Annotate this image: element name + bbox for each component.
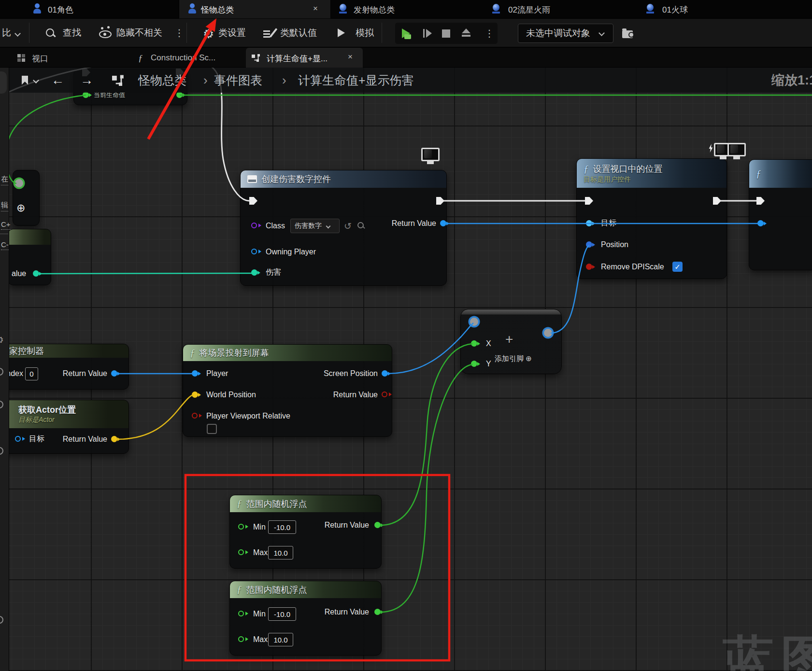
red-pin[interactable]	[586, 264, 592, 270]
class-select[interactable]: 伤害数字	[290, 219, 340, 233]
simulate-button[interactable]: 模拟	[356, 27, 374, 39]
chevron-down-icon[interactable]	[33, 77, 39, 84]
green-pin[interactable]	[238, 636, 244, 642]
function-icon: ƒ	[237, 498, 242, 510]
doc-tab-2[interactable]: Construction Sc...	[151, 53, 215, 63]
node-header	[8, 229, 51, 245]
asset-tab-3[interactable]: 发射物总类	[354, 4, 395, 15]
red-pin[interactable]	[382, 391, 387, 397]
value-input[interactable]: 10.0	[268, 546, 293, 559]
get-actor-location-node[interactable]: 获取Actor位置目标是Actor	[0, 400, 129, 454]
class-settings-button[interactable]: 类设置	[218, 27, 246, 39]
debug-object-dropdown[interactable]: 未选中调试对象	[518, 24, 613, 43]
green-pin[interactable]	[471, 340, 477, 347]
kebab-menu-icon[interactable]: ⋮	[174, 27, 184, 39]
hide-unrelated-icon[interactable]	[99, 30, 112, 38]
breadcrumb-root[interactable]: 怪物总类	[138, 72, 186, 88]
play-options-kebab-icon[interactable]: ⋮	[484, 28, 494, 39]
blue-pin[interactable]	[251, 249, 257, 254]
node-header: 获取玩家控制器	[0, 344, 128, 358]
play-controls-group: ⋮	[395, 23, 498, 44]
strip-icon[interactable]	[0, 401, 3, 408]
strip-icon[interactable]	[0, 447, 3, 455]
blue-pin[interactable]	[382, 370, 388, 377]
yellow-pin[interactable]	[192, 391, 198, 398]
close-icon[interactable]: ×	[348, 52, 353, 62]
node-header: ƒ范围内随机浮点	[230, 495, 381, 512]
nav-forward-button[interactable]: →	[80, 73, 93, 88]
value-input[interactable]: -10.0	[268, 520, 296, 534]
blue2-pin[interactable]	[586, 241, 592, 248]
blue-pin[interactable]	[111, 370, 117, 377]
close-icon[interactable]: ×	[313, 4, 318, 14]
class-defaults-button[interactable]: 类默认值	[280, 27, 317, 39]
reset-icon[interactable]: ↺	[344, 221, 352, 232]
green-pin[interactable]	[374, 522, 381, 528]
panel-stub	[0, 71, 7, 94]
pin-label: Owning Player	[266, 248, 316, 256]
checkbox[interactable]: ✓	[672, 262, 683, 272]
value-input[interactable]: -10.0	[268, 607, 296, 621]
lightblue-pin[interactable]	[586, 220, 592, 226]
simulate-icon[interactable]	[338, 28, 345, 37]
document-tab-bar: 视口ƒConstruction Sc...计算生命值+显...×	[0, 48, 812, 68]
doc-tab-3[interactable]: 计算生命值+显...	[267, 53, 328, 64]
bookmark-icon[interactable]	[22, 76, 28, 85]
nav-back-button[interactable]: ←	[51, 73, 64, 88]
chevron-down-icon[interactable]	[14, 30, 21, 37]
purple-pin[interactable]	[251, 223, 257, 228]
blue-pin[interactable]	[440, 220, 446, 226]
find-button[interactable]: 查找	[63, 27, 81, 39]
wildcard-pin[interactable]	[15, 179, 23, 187]
search-icon[interactable]	[357, 222, 365, 229]
set-position-in-viewport-node[interactable]: ƒ设置视口中的位置目标是用户控件	[576, 158, 727, 279]
checkbox[interactable]	[207, 424, 217, 434]
pin-label: Return Value	[325, 521, 369, 530]
breadcrumb-separator: ›	[203, 73, 208, 88]
play-button[interactable]	[402, 28, 410, 38]
right-edge-fragment-node[interactable]: ƒ	[749, 159, 812, 270]
gear-icon[interactable]: ⚙	[203, 28, 214, 40]
blue-pin[interactable]	[192, 370, 198, 377]
value-input[interactable]: 0	[25, 367, 38, 380]
asset-tab-5[interactable]: 01火球	[662, 4, 688, 15]
reroute-stub[interactable]	[13, 170, 40, 226]
collapsed-left-panel[interactable]: 在辑C+C-⚙	[0, 68, 9, 671]
green-pin[interactable]	[471, 361, 477, 367]
get-player-controller-node[interactable]: 获取玩家控制器	[0, 344, 129, 390]
eject-button[interactable]	[462, 28, 470, 37]
green-pin[interactable]	[238, 549, 244, 555]
search-icon[interactable]	[46, 28, 57, 39]
doc-tab-1[interactable]: 视口	[32, 53, 48, 64]
random-float-in-range-node-2[interactable]: ƒ范围内随机浮点	[229, 581, 382, 656]
asset-tab-1[interactable]: 01角色	[48, 4, 73, 15]
wildcard-pin[interactable]	[544, 329, 552, 337]
node-layer: 当前生命值⊕alue创建伤害数字控件ClassReturn ValueOwnin…	[0, 0, 812, 671]
pin-label: Y	[486, 360, 491, 368]
strip-icon[interactable]	[0, 616, 3, 624]
teal-pin[interactable]	[251, 269, 257, 276]
green-pin[interactable]	[374, 609, 381, 615]
green-pin[interactable]	[238, 611, 244, 616]
function-icon: ƒ	[237, 584, 242, 596]
random-float-in-range-node-1[interactable]: ƒ范围内随机浮点	[229, 495, 382, 569]
frame-skip-button[interactable]	[423, 29, 432, 38]
green-pin[interactable]	[238, 524, 244, 530]
browse-debug-icon[interactable]	[622, 30, 633, 38]
blue-pin[interactable]	[15, 436, 21, 442]
hide-unrelated-button[interactable]: 隐藏不相关	[116, 27, 162, 39]
wildcard-pin[interactable]	[470, 318, 478, 326]
yellow-pin[interactable]	[111, 436, 117, 442]
value-input[interactable]: 10.0	[268, 633, 293, 646]
gear-icon[interactable]: ⚙	[0, 334, 4, 346]
asset-tab-4[interactable]: 02流星火雨	[508, 4, 550, 15]
stop-button[interactable]	[442, 29, 450, 38]
asset-tab-2[interactable]: 怪物总类	[201, 4, 234, 15]
breadcrumb-current-graph[interactable]: 计算生命值+显示伤害	[298, 72, 414, 88]
strip-icon[interactable]	[0, 368, 3, 376]
red-pin[interactable]	[192, 413, 198, 419]
class-defaults-icon[interactable]	[263, 28, 275, 39]
blue-pin[interactable]	[757, 220, 764, 226]
teal-pin[interactable]	[33, 270, 39, 277]
breadcrumb-event-graph[interactable]: 事件图表	[214, 72, 262, 88]
